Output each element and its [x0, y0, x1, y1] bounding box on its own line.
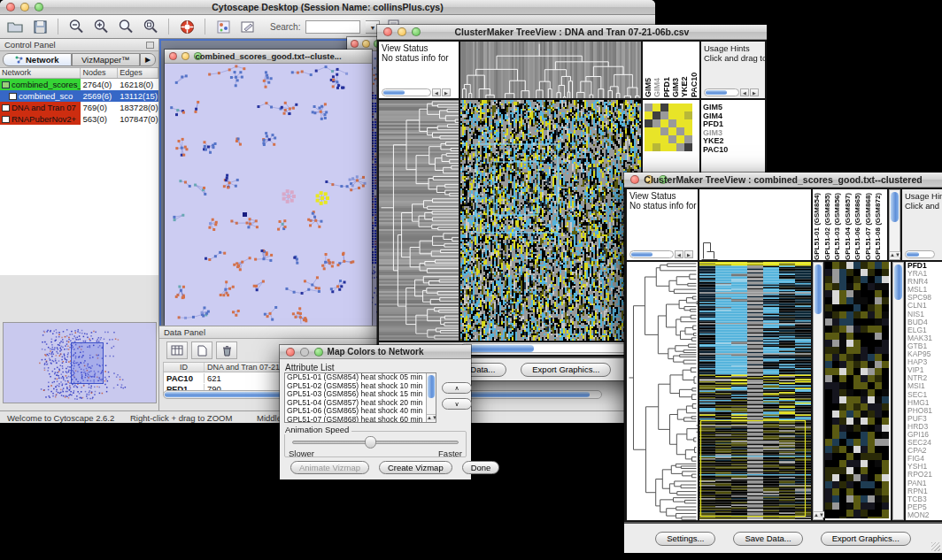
network-row[interactable]: DNA and Tran 07 769(0) 183728(0) — [0, 102, 158, 113]
usage-hints-scrollbar[interactable]: ◀▶ — [704, 88, 759, 96]
view-status-scrollbar[interactable]: ◀▶ — [629, 249, 693, 258]
annotation-icon[interactable] — [238, 18, 258, 35]
network-tab-icon — [15, 56, 23, 64]
save-session-button[interactable] — [30, 18, 50, 35]
network-canvas[interactable] — [165, 64, 370, 324]
gene-labels: PFD1YRA1RNR4MSL1SPC98CLN1NIS1BUD4ELG1MAK… — [906, 262, 942, 520]
open-session-button[interactable] — [5, 18, 25, 35]
attribute-item[interactable]: GPL51-07 (GSM868) heat shock 60 min — [285, 416, 436, 424]
new-attribute-icon[interactable] — [191, 341, 212, 359]
column-labels: GPL51-01 (GSM854)GPL51-02 (GSM855)GPL51-… — [813, 189, 887, 260]
create-vizmap-button[interactable]: Create Vizmap — [379, 461, 452, 474]
status-hint-zoom: Right-click + drag to ZOOM — [130, 413, 232, 423]
animate-vizmap-button[interactable]: Animate Vizmap — [290, 461, 369, 474]
network-list: combined_scores_ 2764(0) 16218(0) combin… — [0, 79, 158, 275]
column-dendrogram[interactable] — [460, 42, 641, 98]
control-panel: Control Panel Network VizMapper™ ▶ Netwo… — [0, 39, 159, 410]
minimize-button[interactable] — [362, 40, 370, 48]
birdseye-view[interactable] — [3, 322, 157, 403]
float-panel-icon[interactable] — [146, 42, 154, 49]
zoom-selected-icon[interactable] — [116, 18, 135, 35]
toolbar-separator — [205, 19, 205, 35]
vizmapper-icon[interactable] — [213, 18, 233, 35]
control-panel-title: Control Panel — [4, 40, 56, 50]
slower-label: Slower — [289, 449, 314, 458]
zoom-fit-icon[interactable] — [141, 18, 160, 35]
control-panel-tabs: Network VizMapper™ ▶ — [0, 51, 158, 68]
view-status-panel: View Status No status info for ◀▶ — [627, 189, 698, 260]
speed-slider-thumb[interactable] — [365, 436, 376, 449]
heatmap[interactable] — [460, 100, 641, 341]
network-row[interactable]: combined_sco 2569(6) 13112(15) — [0, 90, 158, 102]
column-labels-scrollbar[interactable]: ▲▼ — [889, 189, 900, 260]
delete-attribute-icon[interactable] — [216, 341, 237, 359]
zoom-column-labels: GIM5GIM4PFD1GIM3YKE2PAC10 — [643, 42, 699, 98]
main-window-title: Cytoscape Desktop (Session Name: collins… — [0, 2, 655, 12]
heatmap[interactable] — [699, 262, 811, 520]
view-status-scrollbar[interactable]: ◀▶ — [382, 88, 451, 96]
zoom-heatmap[interactable] — [825, 262, 891, 520]
move-up-button[interactable]: ∧ — [442, 382, 472, 394]
column-label: PFD1 — [662, 42, 671, 97]
toolbar-separator — [168, 19, 169, 35]
select-attributes-icon[interactable] — [166, 341, 188, 359]
row-dendrogram[interactable] — [379, 100, 459, 341]
treeview-button[interactable]: Export Graphics... — [521, 363, 611, 377]
usage-hints-panel: Usage Hints Click and drag — [902, 189, 942, 260]
resize-grip[interactable] — [931, 542, 940, 551]
column-label: GPL51-03 (GSM856) — [833, 189, 844, 260]
treeview-combined-title: ClusterMaker TreeView : combined_scores_… — [624, 174, 942, 185]
column-dendrogram[interactable] — [699, 189, 811, 260]
usage-hints-scrollbar[interactable] — [905, 249, 935, 258]
attribute-list-label: Attribute List — [285, 363, 335, 372]
zoom-heatmap-vscrollbar[interactable] — [892, 262, 904, 520]
animation-speed-label: Animation Speed — [282, 425, 351, 434]
map-colors-dialog: Map Colors to Network Attribute List ▲▼ … — [280, 345, 471, 479]
move-down-button[interactable]: ∨ — [442, 398, 472, 410]
column-label: GPL51-01 (GSM854) — [813, 189, 823, 260]
done-button[interactable]: Done — [462, 461, 500, 474]
treeview-button[interactable]: Save Data... — [733, 532, 802, 546]
zoom-out-icon[interactable] — [66, 18, 86, 35]
faster-label: Faster — [438, 449, 462, 458]
view-status-panel: View Status No status info for ◀▶ — [379, 42, 459, 98]
data-panel-title: Data Panel — [164, 327, 205, 337]
network-row[interactable]: RNAPuberNov2+ 563(0) 107847(0) — [0, 113, 158, 125]
zoom-in-icon[interactable] — [91, 18, 111, 35]
gene-label: MON2 — [906, 511, 942, 519]
column-label: GPL51-06 (GSM865) — [853, 189, 864, 260]
heatmap-vscrollbar[interactable]: ▲▼ — [813, 262, 823, 520]
treeview-combined-window: ClusterMaker TreeView : combined_scores_… — [624, 173, 942, 553]
treeview-combined-buttonbar: Settings...Save Data...Export Graphics..… — [624, 522, 942, 553]
network-view-title: combined_scores_good.txt--cluste... — [165, 51, 372, 61]
column-label: GPL51-04 (GSM857) — [844, 189, 854, 260]
column-label: PAC10 — [690, 42, 699, 97]
network-view-window[interactable]: combined_scores_good.txt--cluste... — [165, 50, 372, 326]
tab-network[interactable]: Network — [3, 53, 72, 66]
dialog-title: Map Colors to Network — [280, 347, 471, 357]
search-input[interactable] — [305, 20, 360, 34]
network-row[interactable]: combined_scores_ 2764(0) 16218(0) — [0, 79, 158, 90]
help-lifebuoy-icon[interactable] — [177, 18, 197, 35]
tab-overflow-arrow[interactable]: ▶ — [140, 53, 156, 66]
column-label: GPL51-07 (GSM868) — [864, 189, 875, 260]
attribute-list[interactable]: ▲▼ GPL51-01 (GSM854) heat shock 05 minGP… — [284, 372, 436, 423]
network-table-header: Network Nodes Edges — [0, 68, 158, 79]
network-file-icon — [2, 81, 10, 88]
search-label: Search: — [270, 22, 300, 32]
network-file-icon — [2, 116, 10, 123]
column-label: GIM3 — [671, 42, 680, 97]
attribute-list-scrollbar[interactable]: ▲▼ — [426, 373, 436, 422]
treeview-dna-title: ClusterMaker TreeView : DNA and Tran 07-… — [377, 27, 767, 37]
column-label: GPL51-02 (GSM855) — [823, 189, 834, 260]
main-titlebar[interactable]: Cytoscape Desktop (Session Name: collins… — [0, 0, 655, 15]
tab-vizmapper[interactable]: VizMapper™ — [72, 53, 141, 66]
treeview-button[interactable]: Settings... — [655, 532, 715, 546]
usage-hints-panel: Usage Hints Click and drag to ◀▶ — [701, 42, 765, 98]
row-label: PAC10 — [701, 146, 765, 155]
row-dendrogram[interactable] — [627, 262, 698, 520]
column-label: YKE2 — [680, 42, 689, 97]
treeview-button[interactable]: Export Graphics... — [821, 532, 911, 546]
close-button[interactable] — [351, 40, 359, 48]
network-file-icon — [2, 104, 10, 111]
